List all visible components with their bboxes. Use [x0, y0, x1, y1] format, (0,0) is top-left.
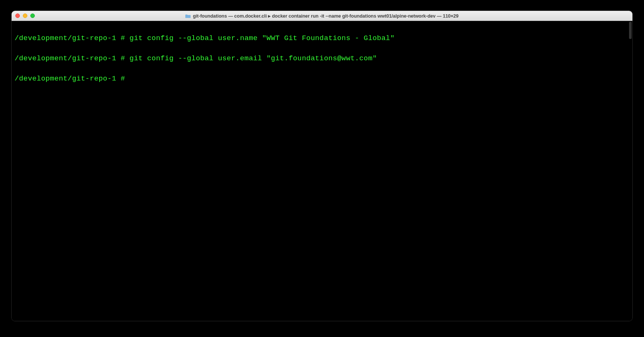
window-title: git-foundations — com.docker.cli ▸ docke…	[193, 13, 459, 19]
scrollbar-thumb[interactable]	[629, 22, 632, 39]
terminal-window: git-foundations — com.docker.cli ▸ docke…	[11, 10, 633, 321]
terminal-line: /development/git-repo-1 # git config --g…	[15, 54, 629, 64]
window-titlebar[interactable]: git-foundations — com.docker.cli ▸ docke…	[12, 11, 632, 21]
zoom-button[interactable]	[30, 13, 35, 18]
title-container: git-foundations — com.docker.cli ▸ docke…	[12, 13, 632, 19]
shell-command: git config --global user.name "WWT Git F…	[130, 34, 395, 42]
folder-icon	[185, 14, 191, 18]
terminal-line: /development/git-repo-1 # git config --g…	[15, 33, 629, 43]
window-controls	[15, 13, 35, 18]
shell-prompt: /development/git-repo-1 #	[15, 34, 125, 42]
close-button[interactable]	[15, 13, 20, 18]
shell-prompt: /development/git-repo-1 #	[15, 54, 125, 63]
minimize-button[interactable]	[23, 13, 27, 18]
shell-prompt: /development/git-repo-1 #	[15, 75, 125, 83]
shell-command: git config --global user.email "git.foun…	[130, 54, 377, 63]
terminal-line: /development/git-repo-1 #	[15, 74, 629, 84]
terminal-body[interactable]: /development/git-repo-1 # git config --g…	[12, 21, 632, 321]
